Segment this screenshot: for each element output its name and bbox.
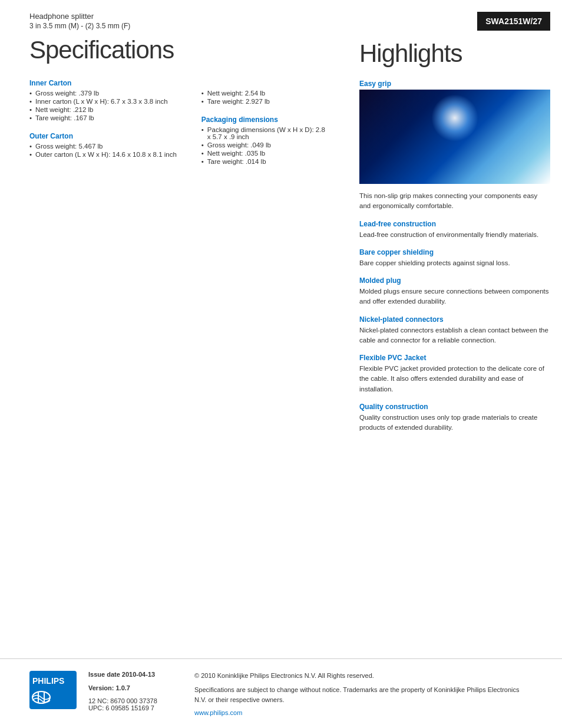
- list-item: Gross weight: .049 lb: [201, 141, 330, 149]
- highlight-molded-plug: Molded plug Molded plugs ensure secure c…: [359, 276, 550, 307]
- inner-carton-col2-section: Nett weight: 2.54 lb Tare weight: 2.927 …: [201, 90, 330, 105]
- list-item: Tare weight: 2.927 lb: [201, 98, 330, 105]
- highlight-title-easy-grip: Easy grip: [359, 80, 550, 88]
- highlight-easy-grip: Easy grip This non-slip grip makes conne…: [359, 80, 550, 212]
- page-wrapper: Headphone splitter 3 in 3.5 mm (M) - (2)…: [0, 0, 562, 728]
- highlight-text-bare-copper: Bare copper shielding protects against s…: [359, 258, 550, 268]
- product-header: Headphone splitter 3 in 3.5 mm (M) - (2)…: [29, 12, 330, 30]
- list-item: Inner carton (L x W x H): 6.7 x 3.3 x 3.…: [29, 98, 184, 105]
- outer-carton-section: Outer Carton Gross weight: 5.467 lb Oute…: [29, 132, 184, 158]
- highlight-quality: Quality construction Quality constructio…: [359, 403, 550, 433]
- product-badge: SWA2151W/27: [477, 12, 550, 31]
- highlight-lead-free: Lead-free construction Lead-free constru…: [359, 220, 550, 240]
- highlight-text-molded-plug: Molded plugs ensure secure connections b…: [359, 286, 550, 307]
- packaging-dimensions-list: Packaging dimensions (W x H x D): 2.8 x …: [201, 126, 330, 165]
- list-item: Nett weight: .035 lb: [201, 150, 330, 157]
- inner-carton-section: Inner Carton Gross weight: .379 lb Inner…: [29, 79, 184, 121]
- version: Version: 1.0.7: [88, 684, 183, 691]
- list-item: Tare weight: .014 lb: [201, 158, 330, 165]
- left-column: Headphone splitter 3 in 3.5 mm (M) - (2)…: [0, 0, 348, 658]
- inner-carton-list: Gross weight: .379 lb Inner carton (L x …: [29, 90, 184, 121]
- list-item: Nett weight: 2.54 lb: [201, 90, 330, 97]
- list-item: Packaging dimensions (W x H x D): 2.8 x …: [201, 126, 330, 140]
- highlight-text-easy-grip: This non-slip grip makes connecting your…: [359, 191, 550, 212]
- highlight-title-quality: Quality construction: [359, 403, 550, 411]
- website-link[interactable]: www.philips.com: [194, 709, 242, 716]
- highlight-text-quality: Quality construction uses only top grade…: [359, 413, 550, 433]
- highlight-title-bare-copper: Bare copper shielding: [359, 248, 550, 256]
- footer-right: © 2010 Koninklijke Philips Electronics N…: [194, 671, 533, 717]
- disclaimer-text: Specifications are subject to change wit…: [194, 685, 533, 704]
- footer-left: Issue date 2010-04-13 Version: 1.0.7 12 …: [88, 671, 183, 717]
- footer: PHILIPS Issue date 2010-04-13 Version: 1…: [0, 658, 562, 729]
- issue-date: Issue date 2010-04-13: [88, 671, 183, 678]
- product-image: [359, 90, 550, 184]
- highlight-title-nickel-plated: Nickel-plated connectors: [359, 315, 550, 324]
- nc-text: 12 NC: 8670 000 37378: [88, 697, 183, 704]
- product-subtitle: 3 in 3.5 mm (M) - (2) 3.5 mm (F): [29, 22, 330, 30]
- philips-logo: PHILIPS: [29, 671, 77, 711]
- highlight-text-nickel-plated: Nickel-plated connectors establish a cle…: [359, 325, 550, 346]
- outer-carton-list: Gross weight: 5.467 lb Outer carton (L x…: [29, 143, 184, 158]
- list-item: Tare weight: .167 lb: [29, 114, 184, 121]
- outer-carton-title: Outer Carton: [29, 132, 184, 140]
- copyright-text: © 2010 Koninklijke Philips Electronics N…: [194, 671, 533, 681]
- highlight-title-pvc-jacket: Flexible PVC Jacket: [359, 354, 550, 362]
- highlight-bare-copper: Bare copper shielding Bare copper shield…: [359, 248, 550, 268]
- inner-carton-title: Inner Carton: [29, 79, 184, 87]
- main-content: Headphone splitter 3 in 3.5 mm (M) - (2)…: [0, 0, 562, 658]
- nc-upc: 12 NC: 8670 000 37378 UPC: 6 09585 15169…: [88, 697, 183, 711]
- highlight-nickel-plated: Nickel-plated connectors Nickel-plated c…: [359, 315, 550, 346]
- highlight-title-molded-plug: Molded plug: [359, 276, 550, 285]
- list-item: Nett weight: .212 lb: [29, 106, 184, 113]
- inner-carton-col2-list: Nett weight: 2.54 lb Tare weight: 2.927 …: [201, 90, 330, 105]
- highlight-title-lead-free: Lead-free construction: [359, 220, 550, 228]
- product-image-glow: [431, 94, 478, 141]
- highlight-pvc-jacket: Flexible PVC Jacket Flexible PVC jacket …: [359, 354, 550, 394]
- highlight-text-pvc-jacket: Flexible PVC jacket provided protection …: [359, 364, 550, 394]
- right-column: SWA2151W/27 Highlights Easy grip This no…: [348, 0, 562, 658]
- packaging-dimensions-title: Packaging dimensions: [201, 116, 330, 124]
- footer-info: Issue date 2010-04-13 Version: 1.0.7 12 …: [88, 671, 533, 717]
- highlights-heading: Highlights: [359, 39, 550, 68]
- list-item: Outer carton (L x W x H): 14.6 x 10.8 x …: [29, 151, 184, 158]
- list-item: Gross weight: 5.467 lb: [29, 143, 184, 150]
- highlight-text-lead-free: Lead-free construction of environmentall…: [359, 230, 550, 240]
- list-item: Gross weight: .379 lb: [29, 90, 184, 97]
- specifications-heading: Specifications: [29, 36, 330, 64]
- svg-text:PHILIPS: PHILIPS: [32, 676, 64, 686]
- upc-text: UPC: 6 09585 15169 7: [88, 704, 183, 711]
- packaging-dimensions-section: Packaging dimensions Packaging dimension…: [201, 116, 330, 165]
- product-title: Headphone splitter: [29, 12, 330, 21]
